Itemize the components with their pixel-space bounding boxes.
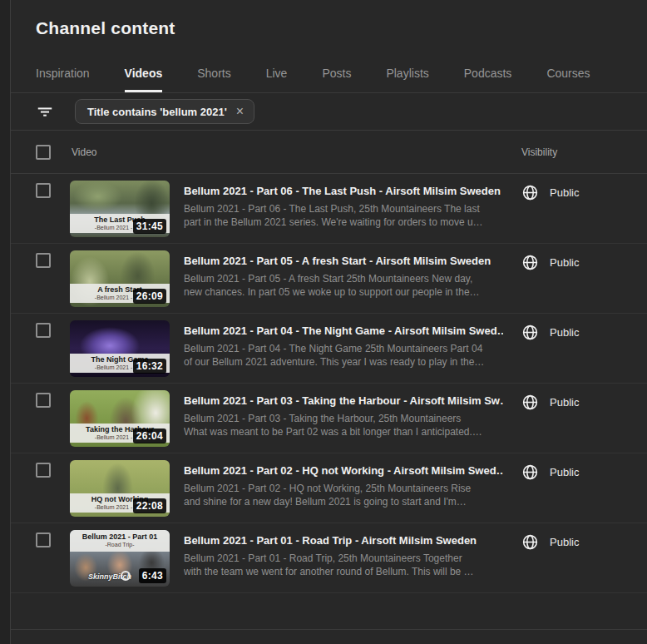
visibility-cell[interactable]: Public <box>521 314 579 383</box>
main-content: Channel content Inspiration Videos Short… <box>11 0 647 644</box>
column-header-visibility[interactable]: Visibility <box>521 146 557 158</box>
tab-posts[interactable]: Posts <box>322 67 351 92</box>
visibility-cell[interactable]: Public <box>521 244 579 313</box>
video-row: A fresh Start -Bellum 2021 - Part 26:09 … <box>11 244 647 314</box>
video-meta: Bellum 2021 - Part 03 - Taking the Harbo… <box>184 384 503 453</box>
filter-icon <box>36 102 54 121</box>
video-thumbnail[interactable]: HQ not Working -Bellum 2021 - Part 22:08 <box>70 460 170 517</box>
duration-badge: 26:04 <box>133 429 166 443</box>
video-meta: Bellum 2021 - Part 04 - The Night Game -… <box>184 314 503 383</box>
video-title[interactable]: Bellum 2021 - Part 05 - A fresh Start - … <box>184 255 503 267</box>
video-row: HQ not Working -Bellum 2021 - Part 22:08… <box>11 453 647 523</box>
video-row: The Night Game -Bellum 2021 - Part 16:32… <box>11 314 647 384</box>
duration-badge: 31:45 <box>133 219 166 234</box>
video-thumbnail[interactable]: A fresh Start -Bellum 2021 - Part 26:09 <box>70 250 170 307</box>
tab-live[interactable]: Live <box>266 67 288 92</box>
tab-shorts[interactable]: Shorts <box>197 67 230 92</box>
visibility-label: Public <box>550 324 579 339</box>
duration-badge: 16:32 <box>133 359 166 374</box>
video-thumbnail[interactable]: The Last Push -Bellum 2021 - Part 31:45 <box>70 181 170 237</box>
video-description: Bellum 2021 - Part 04 - The Night Game 2… <box>184 342 503 369</box>
content-tabs: Inspiration Videos Shorts Live Posts Pla… <box>36 67 590 92</box>
video-description: Bellum 2021 - Part 01 - Road Trip, 25th … <box>184 552 503 578</box>
video-title[interactable]: Bellum 2021 - Part 04 - The Night Game -… <box>184 324 503 337</box>
globe-icon <box>521 185 539 201</box>
visibility-cell[interactable]: Public <box>521 174 579 243</box>
video-meta: Bellum 2021 - Part 06 - The Last Push - … <box>184 174 503 243</box>
sidebar-edge <box>0 0 11 644</box>
filter-bar: Title contains 'bellum 2021' × <box>11 93 647 131</box>
globe-icon <box>521 324 539 341</box>
video-title[interactable]: Bellum 2021 - Part 06 - The Last Push - … <box>184 185 503 197</box>
visibility-cell[interactable]: Public <box>521 384 579 453</box>
video-description: Bellum 2021 - Part 06 - The Last Push, 2… <box>184 202 503 229</box>
table-footer <box>11 593 647 644</box>
visibility-label: Public <box>550 185 579 199</box>
video-meta: Bellum 2021 - Part 02 - HQ not Working -… <box>184 453 503 523</box>
video-meta: Bellum 2021 - Part 01 - Road Trip - Airs… <box>184 523 503 592</box>
page-header: Channel content Inspiration Videos Short… <box>11 0 647 93</box>
table-footer-spacer <box>11 593 647 630</box>
column-header-video: Video <box>72 146 521 158</box>
video-description: Bellum 2021 - Part 05 - A fresh Start 25… <box>184 272 503 299</box>
visibility-label: Public <box>550 534 579 548</box>
table-header: Video Visibility <box>11 131 647 174</box>
remove-filter-icon[interactable]: × <box>236 105 244 118</box>
video-meta: Bellum 2021 - Part 05 - A fresh Start - … <box>184 244 503 313</box>
globe-icon <box>521 394 539 411</box>
filter-button[interactable] <box>32 99 57 124</box>
tab-podcasts[interactable]: Podcasts <box>464 67 512 92</box>
row-checkbox[interactable] <box>36 323 51 338</box>
select-all-checkbox[interactable] <box>36 145 51 160</box>
video-thumbnail[interactable]: Taking the Harbour -Bellum 2021 - Part 2… <box>70 390 170 447</box>
filter-chip[interactable]: Title contains 'bellum 2021' × <box>75 99 254 124</box>
video-description: Bellum 2021 - Part 03 - Taking the Harbo… <box>184 412 503 438</box>
video-title[interactable]: Bellum 2021 - Part 01 - Road Trip - Airs… <box>184 534 503 547</box>
tab-playlists[interactable]: Playlists <box>386 67 428 92</box>
video-description: Bellum 2021 - Part 02 - HQ not Working, … <box>184 482 503 508</box>
visibility-label: Public <box>550 394 579 409</box>
row-checkbox[interactable] <box>36 533 51 547</box>
globe-icon <box>521 255 539 271</box>
globe-icon <box>521 464 539 481</box>
video-row: Bellum 2021 - Part 01 -Road Trip- Skinny… <box>11 523 647 593</box>
row-checkbox[interactable] <box>36 463 51 478</box>
row-checkbox[interactable] <box>36 393 51 408</box>
filter-chip-label: Title contains 'bellum 2021' <box>87 106 227 118</box>
tab-videos[interactable]: Videos <box>125 67 163 92</box>
duration-badge: 22:08 <box>133 498 166 513</box>
channel-content-page: Channel content Inspiration Videos Short… <box>0 0 647 644</box>
visibility-cell[interactable]: Public <box>521 453 579 523</box>
video-thumbnail[interactable]: The Night Game -Bellum 2021 - Part 16:32 <box>70 320 170 377</box>
video-title[interactable]: Bellum 2021 - Part 02 - HQ not Working -… <box>184 464 503 477</box>
video-row: Taking the Harbour -Bellum 2021 - Part 2… <box>11 384 647 453</box>
visibility-label: Public <box>550 464 579 478</box>
row-checkbox[interactable] <box>36 183 51 198</box>
tab-inspiration[interactable]: Inspiration <box>36 67 90 92</box>
page-title: Channel content <box>11 0 647 38</box>
row-checkbox[interactable] <box>36 253 51 268</box>
visibility-cell[interactable]: Public <box>521 523 579 592</box>
thumbnail-caption: Bellum 2021 - Part 01 -Road Trip- <box>70 530 170 552</box>
video-thumbnail[interactable]: Bellum 2021 - Part 01 -Road Trip- Skinny… <box>70 530 170 587</box>
duration-badge: 26:09 <box>133 289 166 304</box>
video-title[interactable]: Bellum 2021 - Part 03 - Taking the Harbo… <box>184 394 503 407</box>
globe-icon <box>521 534 539 551</box>
stopwatch-icon <box>121 571 131 581</box>
visibility-label: Public <box>550 255 579 269</box>
video-row: The Last Push -Bellum 2021 - Part 31:45 … <box>11 174 647 244</box>
duration-badge: 6:43 <box>139 568 166 583</box>
tab-courses[interactable]: Courses <box>546 67 590 92</box>
